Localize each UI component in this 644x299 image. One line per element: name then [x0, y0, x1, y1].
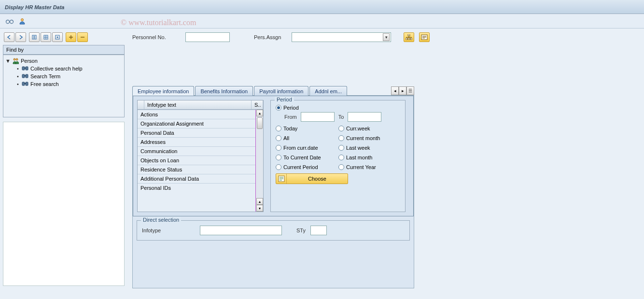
row-text: Residence Status	[140, 167, 182, 172]
radio-label: Period	[283, 105, 299, 111]
col-s[interactable]: S..	[252, 100, 263, 109]
binoculars-icon	[22, 65, 28, 72]
list-item[interactable]: Organizational Assignment	[138, 119, 263, 128]
assignment-button[interactable]	[419, 32, 430, 42]
radio-tocurr[interactable]: To Current Date	[276, 155, 338, 160]
infotype-input[interactable]	[200, 226, 282, 235]
scroll-thumb[interactable]	[257, 117, 263, 129]
tree-node-person[interactable]: ▼ Person	[4, 57, 123, 65]
radio-fromcurr[interactable]: From curr.date	[276, 145, 338, 151]
radio-curmonth[interactable]: Current month	[338, 135, 401, 141]
tab-benefits-info[interactable]: Benefits Information	[195, 86, 253, 96]
scroll-pageup-button[interactable]: ▴	[256, 198, 263, 205]
from-to-row: From To	[284, 112, 400, 122]
svg-point-2	[21, 18, 24, 21]
binoculars-icon	[22, 73, 28, 80]
glasses-icon[interactable]	[5, 17, 14, 26]
period-group: Period Period From To Today Curr.week	[270, 100, 406, 212]
tab-scroll-right[interactable]: ▸	[399, 86, 406, 95]
pers-assgn-select[interactable]: ▾	[292, 32, 391, 42]
list-item[interactable]: Addresses	[138, 137, 263, 146]
svg-rect-19	[406, 38, 407, 40]
list-item[interactable]: Communication	[138, 146, 263, 156]
svg-point-7	[14, 58, 15, 60]
tree-label: Search Term	[30, 73, 60, 79]
radio-curperiod[interactable]: Current Period	[276, 164, 338, 170]
list-item[interactable]: Additional Personal Data	[138, 174, 263, 183]
choose-icon	[276, 174, 287, 184]
collapse-button[interactable]	[77, 32, 88, 42]
radio-label: To Current Date	[283, 155, 321, 160]
tab-list-button[interactable]: ☰	[406, 86, 414, 95]
list-rows: Actions Organizational Assignment Person…	[138, 110, 263, 212]
content: Personnel No. Pers.Assgn ▾ Employee info…	[127, 28, 644, 299]
find-by-header: Find by	[3, 45, 125, 55]
tool-button-2[interactable]	[41, 32, 51, 42]
tab-addnl[interactable]: Addnl em...	[309, 86, 347, 96]
tool-button-3[interactable]	[52, 32, 63, 42]
col-selector[interactable]	[138, 100, 144, 109]
nav-back-button[interactable]	[4, 32, 14, 42]
radio-lastmonth[interactable]: Last month	[338, 155, 401, 160]
radio-lastweek[interactable]: Last week	[338, 145, 401, 151]
tree-node-searchterm[interactable]: • Search Term	[4, 72, 123, 80]
col-infotype-text[interactable]: Infotype text	[144, 100, 252, 109]
bullet-icon: •	[17, 66, 20, 71]
row-text: Addresses	[140, 139, 166, 145]
sty-label: STy	[296, 228, 306, 233]
radio-today[interactable]: Today	[276, 126, 338, 131]
svg-rect-14	[24, 75, 26, 76]
radio-currweek[interactable]: Curr.week	[338, 126, 401, 131]
list-item[interactable]: Residence Status	[138, 165, 263, 174]
svg-point-8	[16, 58, 18, 60]
scrollbar-vertical[interactable]: ▴ ▴ ▾	[255, 110, 263, 212]
tab-panel: Infotype text S.. Actions Organizational…	[132, 95, 414, 288]
person-icon[interactable]	[17, 17, 27, 26]
radio-curyear[interactable]: Current Year	[338, 164, 401, 170]
scroll-up-button[interactable]: ▴	[256, 110, 263, 116]
sty-input[interactable]	[310, 226, 327, 235]
list-item[interactable]: Personal Data	[138, 128, 263, 137]
radio-icon	[276, 145, 281, 151]
svg-rect-20	[408, 38, 410, 40]
radio-label: Today	[283, 126, 297, 131]
radio-icon	[276, 126, 281, 131]
tree-node-collective[interactable]: • Collective search help	[4, 65, 123, 72]
scroll-down-button[interactable]: ▾	[256, 205, 263, 212]
pers-assgn-label: Pers.Assgn	[254, 34, 287, 40]
to-input[interactable]	[348, 112, 381, 122]
main: Find by ▼ Person • Collective search hel…	[0, 28, 644, 299]
caret-down-icon[interactable]: ▼	[5, 58, 10, 64]
tree-node-freesearch[interactable]: • Free search	[4, 80, 123, 88]
radio-all[interactable]: All	[276, 135, 338, 141]
tab-payroll-info[interactable]: Payroll information	[254, 86, 308, 96]
radio-period[interactable]: Period	[276, 105, 400, 111]
svg-point-6	[57, 37, 58, 38]
personnel-no-label: Personnel No.	[132, 34, 181, 40]
nav-forward-button[interactable]	[15, 32, 26, 42]
radio-icon	[338, 164, 344, 170]
tab-scroll: ◂ ▸ ☰	[391, 86, 414, 95]
org-chart-button[interactable]	[404, 32, 414, 42]
app-toolbar	[0, 14, 644, 28]
list-item[interactable]: Objects on Loan	[138, 156, 263, 165]
group-title: Period	[275, 97, 294, 102]
expand-button[interactable]	[66, 32, 76, 42]
tab-scroll-left[interactable]: ◂	[391, 86, 399, 95]
infotype-label: Infotype	[142, 228, 195, 233]
tool-button-1[interactable]	[29, 32, 40, 42]
radio-label: Current Period	[283, 164, 318, 170]
choose-button[interactable]: Choose	[276, 173, 348, 184]
radio-label: From curr.date	[283, 145, 318, 151]
personnel-no-input[interactable]	[185, 32, 230, 42]
tab-employee-info[interactable]: Employee information	[132, 86, 194, 96]
from-input[interactable]	[301, 112, 335, 122]
list-item[interactable]: Personal IDs	[138, 183, 263, 192]
list-item[interactable]: Actions	[138, 110, 263, 119]
splitter-handle[interactable]	[3, 117, 125, 120]
direct-selection-group: Direct selection Infotype STy	[137, 220, 410, 241]
radio-label: Last week	[346, 145, 370, 151]
radio-label: Curr.week	[346, 126, 370, 131]
radio-icon	[276, 135, 281, 141]
svg-rect-17	[24, 83, 26, 84]
